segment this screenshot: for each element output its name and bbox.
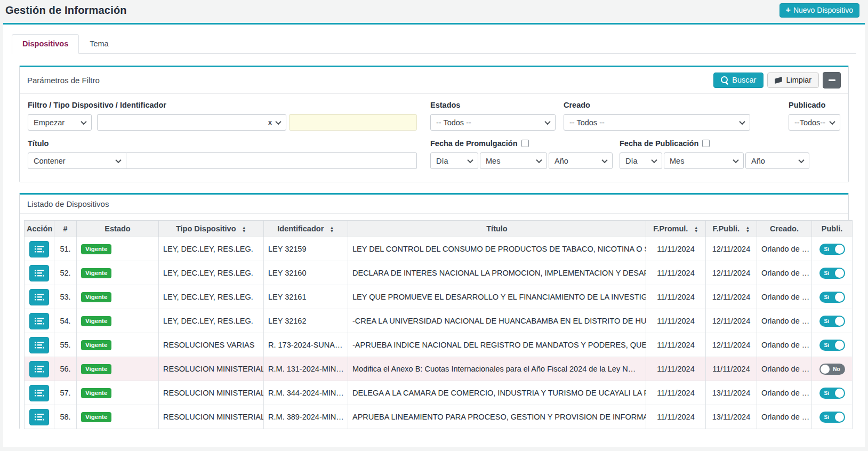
identificador-cell: R.M. 389-2024-MIN… xyxy=(264,405,348,429)
row-actions-button[interactable] xyxy=(29,313,49,329)
promulgacion-mes-select[interactable]: Mes xyxy=(480,152,547,169)
sort-icon[interactable]: ▲▼ xyxy=(242,226,246,232)
top-bar: Gestión de Información + Nuevo Dispositi… xyxy=(0,0,868,23)
titulo-cell: -APRUEBA INDICE NACIONAL DEL REGISTRO DE… xyxy=(348,333,646,357)
publish-toggle[interactable]: Si xyxy=(819,316,845,327)
fecha-publicacion-cell: 13/11/2024 xyxy=(706,405,757,429)
clear-selection-icon[interactable]: x xyxy=(268,119,272,126)
promulgacion-anio-select[interactable]: Año xyxy=(549,152,613,169)
tab-tema[interactable]: Tema xyxy=(79,34,119,54)
estados-select[interactable]: -- Todos -- xyxy=(430,114,556,131)
clear-button[interactable]: Limpiar xyxy=(767,73,819,88)
sort-icon[interactable]: ▲▼ xyxy=(694,226,698,232)
tipo-dispositivo-select[interactable]: x xyxy=(97,114,286,131)
row-actions-button[interactable] xyxy=(29,265,49,281)
chevron-down-icon xyxy=(544,118,550,124)
collapse-panel-button[interactable] xyxy=(823,72,841,88)
row-number: 56. xyxy=(54,357,77,381)
sort-icon[interactable]: ▲▼ xyxy=(745,226,750,232)
publicado-select[interactable]: --Todos-- xyxy=(789,114,840,131)
filtro-mode-select[interactable]: Empezar xyxy=(28,114,92,131)
status-badge: Vigente xyxy=(81,340,111,350)
page-title: Gestión de Información xyxy=(5,4,859,17)
publish-toggle[interactable]: Si xyxy=(819,292,845,303)
fecha-publicacion-cell: 12/11/2024 xyxy=(706,261,757,285)
chevron-down-icon xyxy=(81,118,86,124)
status-badge: Vigente xyxy=(81,364,111,374)
row-actions-button[interactable] xyxy=(29,241,49,257)
tab-bar: Dispositivos Tema xyxy=(12,34,856,54)
tab-dispositivos[interactable]: Dispositivos xyxy=(12,34,79,54)
creado-cell: Orlando de … xyxy=(757,309,812,333)
chevron-down-icon xyxy=(798,157,804,163)
row-actions-button[interactable] xyxy=(29,337,49,353)
row-actions-button[interactable] xyxy=(29,409,49,425)
publish-toggle[interactable]: Si xyxy=(819,268,845,279)
identificador-input[interactable] xyxy=(289,114,417,131)
status-badge: Vigente xyxy=(81,412,111,422)
sort-icon[interactable]: ▲▼ xyxy=(329,226,334,232)
filter-panel-body: Filtro / Tipo Dispositivo / Identificado… xyxy=(20,94,848,182)
search-button[interactable]: Buscar xyxy=(713,73,763,88)
table-row: 51. Vigente LEY, DEC.LEY, RES.LEG. LEY 3… xyxy=(25,237,853,261)
titulo-cell: DELEGA A LA CAMARA DE COMERCIO, INDUSTRI… xyxy=(348,381,646,405)
estados-label: Estados xyxy=(430,101,556,109)
identificador-cell: LEY 32161 xyxy=(264,285,348,309)
eraser-icon xyxy=(775,77,783,84)
publish-toggle-label: Si xyxy=(824,390,829,396)
list-menu-icon xyxy=(35,365,44,373)
publicacion-mes-select[interactable]: Mes xyxy=(664,152,744,169)
publish-toggle[interactable]: Si xyxy=(819,340,845,351)
fecha-publicacion-cell: 13/11/2024 xyxy=(706,381,757,405)
search-icon xyxy=(721,76,728,84)
table-row: 57. Vigente RESOLUCION MINISTERIAL R.M. … xyxy=(25,381,853,405)
col-identificador[interactable]: Identificador ▲▼ xyxy=(264,221,348,237)
fecha-promulgacion-checkbox[interactable] xyxy=(521,140,529,147)
publish-toggle[interactable]: No xyxy=(819,364,845,375)
col-titulo: Título xyxy=(348,221,646,237)
fecha-promulgacion-cell: 11/11/2024 xyxy=(646,309,706,333)
filter-group-creado: Creado -- Todos -- xyxy=(564,101,750,131)
publicacion-anio-select[interactable]: Año xyxy=(745,152,809,169)
creado-select[interactable]: -- Todos -- xyxy=(564,114,750,131)
list-menu-icon xyxy=(35,341,44,349)
filter-panel: Parámetros de Filtro Buscar Limpiar Filt… xyxy=(19,66,849,182)
col-tipo-dispositivo[interactable]: Tipo Dispositivo ▲▼ xyxy=(159,221,264,237)
promulgacion-dia-select[interactable]: Día xyxy=(430,152,478,169)
filter-panel-title: Parámetros de Filtro xyxy=(27,76,100,85)
titulo-input[interactable] xyxy=(126,152,417,169)
fecha-publicacion-checkbox[interactable] xyxy=(702,140,710,147)
tipo-dispositivo-cell: LEY, DEC.LEY, RES.LEG. xyxy=(159,309,264,333)
publish-toggle[interactable]: Si xyxy=(819,412,845,423)
tipo-dispositivo-cell: RESOLUCION MINISTERIAL xyxy=(159,405,264,429)
col-f-promul[interactable]: F.Promul. ▲▼ xyxy=(646,221,706,237)
row-actions-button[interactable] xyxy=(29,361,49,377)
titulo-mode-select[interactable]: Contener xyxy=(28,152,126,169)
chevron-down-icon xyxy=(733,157,738,163)
search-button-label: Buscar xyxy=(732,76,756,84)
row-actions-button[interactable] xyxy=(29,385,49,401)
publicacion-dia-select[interactable]: Día xyxy=(620,152,662,169)
fecha-promulgacion-cell: 11/11/2024 xyxy=(646,237,706,261)
row-actions-button[interactable] xyxy=(29,289,49,305)
table-header-row: Acción # Estado Tipo Dispositivo ▲▼ Iden… xyxy=(25,221,853,237)
chevron-down-icon xyxy=(651,157,657,163)
status-badge: Vigente xyxy=(81,316,111,326)
publish-toggle[interactable]: Si xyxy=(819,244,845,255)
publish-toggle-label: No xyxy=(833,366,840,372)
fecha-promulgacion-cell: 11/11/2024 xyxy=(646,333,706,357)
fecha-promulgacion-cell: 11/11/2024 xyxy=(646,261,706,285)
list-panel: Listado de Dispositivos Acción # Estado … xyxy=(19,193,849,429)
list-menu-icon xyxy=(35,413,44,421)
row-number: 55. xyxy=(54,333,77,357)
publish-toggle[interactable]: Si xyxy=(819,388,845,399)
devices-table: Acción # Estado Tipo Dispositivo ▲▼ Iden… xyxy=(24,220,853,429)
chevron-down-icon xyxy=(601,157,607,163)
titulo-cell: LEY DEL CONTROL DEL CONSUMO DE PRODUCTOS… xyxy=(348,237,646,261)
devices-table-wrap: Acción # Estado Tipo Dispositivo ▲▼ Iden… xyxy=(20,214,848,429)
creado-label: Creado xyxy=(564,101,750,109)
publish-toggle-label: Si xyxy=(824,246,829,252)
creado-cell: Orlando de … xyxy=(757,357,812,381)
col-f-publi[interactable]: F.Publi. ▲▼ xyxy=(706,221,757,237)
new-device-button[interactable]: + Nuevo Dispositivo xyxy=(779,3,859,18)
